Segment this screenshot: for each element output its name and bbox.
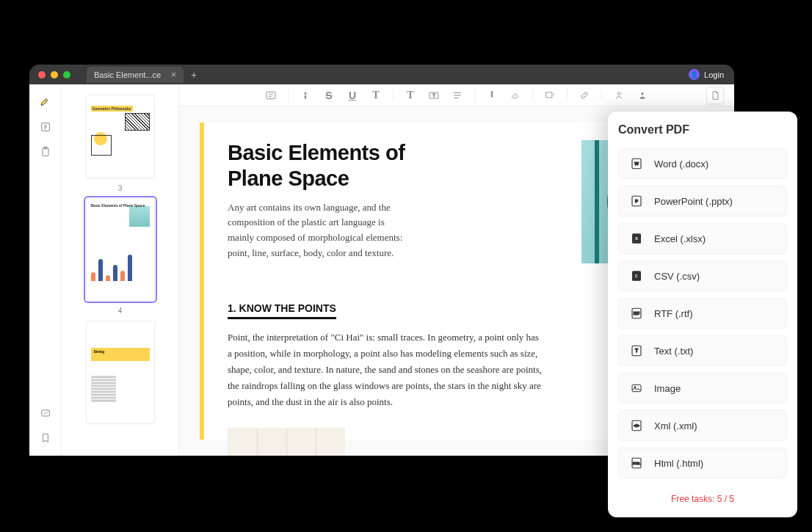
free-tasks-counter: Free tasks: 5 / 5 <box>618 488 787 510</box>
option-label: Text (.txt) <box>654 346 693 357</box>
convert-option-word[interactable]: W Word (.docx) <box>618 148 787 179</box>
option-label: Xml (.xml) <box>654 420 697 431</box>
clipboard-tool[interactable] <box>38 145 53 159</box>
login-label: Login <box>704 70 724 79</box>
heading-know-the-points: 1. KNOW THE POINTS <box>228 302 336 319</box>
highlight-icon[interactable] <box>485 89 499 102</box>
strikethrough-icon[interactable]: S <box>322 89 336 102</box>
minimize-window-button[interactable] <box>51 71 58 79</box>
thumbnail-page-5[interactable]: String <box>86 321 155 423</box>
svg-text:X: X <box>635 236 638 241</box>
eraser-icon[interactable] <box>509 89 522 102</box>
signature-tool[interactable] <box>38 406 53 420</box>
svg-text:T: T <box>432 93 435 98</box>
page-number-3: 3 <box>118 184 123 192</box>
textbox-icon[interactable]: T <box>427 89 441 102</box>
svg-rect-7 <box>546 92 552 97</box>
svg-text:C: C <box>635 274 638 278</box>
maximize-window-button[interactable] <box>63 71 70 79</box>
text-file-icon: T <box>629 343 644 358</box>
image-icon <box>629 381 644 396</box>
tab-title: Basic Element...ce <box>94 70 161 79</box>
convert-option-html[interactable]: HTML Html (.html) <box>618 448 787 478</box>
option-label: CSV (.csv) <box>654 271 700 282</box>
convert-panel-title: Convert PDF <box>618 123 787 136</box>
shape-icon[interactable] <box>543 89 557 102</box>
convert-option-image[interactable]: Image <box>618 373 787 404</box>
note-tool-icon[interactable] <box>264 89 278 102</box>
paragraph-1: Point, the interpretation of "Ci Hai" is… <box>228 329 543 410</box>
xml-icon: </> <box>629 418 644 433</box>
svg-rect-22 <box>632 385 641 391</box>
svg-point-23 <box>634 387 636 388</box>
svg-text:HTML: HTML <box>633 462 641 465</box>
link-icon[interactable] <box>578 89 591 102</box>
underline-icon[interactable]: U <box>346 89 359 102</box>
rtf-icon: RTF <box>629 306 644 321</box>
text-icon[interactable]: T <box>369 89 383 102</box>
section-2-image <box>228 428 345 456</box>
text-color-icon[interactable]: T <box>404 89 417 102</box>
svg-text:P: P <box>635 199 638 203</box>
convert-option-rtf[interactable]: RTF RTF (.rtf) <box>618 298 787 329</box>
thumb4-title: Basic Elements of Plane Space <box>91 203 150 208</box>
option-label: RTF (.rtf) <box>654 308 692 319</box>
left-sidebar <box>29 84 62 456</box>
thumbnail-page-3[interactable]: Geometric Philosophy <box>86 95 155 178</box>
svg-text:W: W <box>634 161 639 166</box>
option-label: Word (.docx) <box>654 158 708 170</box>
svg-point-8 <box>617 92 620 95</box>
convert-option-excel[interactable]: X Excel (.xlsx) <box>618 223 787 254</box>
document-action-button[interactable] <box>706 87 724 104</box>
person-fill-icon[interactable] <box>636 89 649 102</box>
close-tab-button[interactable]: × <box>171 70 176 80</box>
svg-text:T: T <box>635 348 639 353</box>
html-icon: HTML <box>629 456 644 470</box>
bookmark-tool[interactable] <box>38 431 53 445</box>
add-tab-button[interactable]: + <box>191 69 197 81</box>
powerpoint-icon: P <box>629 194 644 208</box>
thumb3-title: Geometric Philosophy <box>91 106 133 112</box>
close-window-button[interactable] <box>38 71 46 79</box>
csv-icon: C <box>629 269 644 283</box>
convert-option-csv[interactable]: C CSV (.csv) <box>618 260 787 291</box>
intro-text: Any art contains its own language, and t… <box>228 200 404 261</box>
page-number-4: 4 <box>118 307 123 315</box>
person-icon[interactable] <box>612 89 626 102</box>
option-label: Excel (.xlsx) <box>654 233 706 244</box>
document-tab[interactable]: Basic Element...ce × <box>87 67 184 83</box>
excel-icon: X <box>629 231 644 246</box>
convert-option-xml[interactable]: </> Xml (.xml) <box>618 410 787 441</box>
toolbar: S U T T T <box>179 84 734 106</box>
svg-point-9 <box>641 92 644 95</box>
text-tool[interactable] <box>38 120 53 134</box>
login-button[interactable]: 👤 Login <box>689 69 724 80</box>
svg-text:</>: </> <box>634 423 639 428</box>
thumb5-title: String <box>94 349 104 354</box>
svg-rect-4 <box>267 92 275 98</box>
thumbnail-page-4[interactable]: Basic Elements of Plane Space <box>86 198 155 301</box>
option-label: Html (.html) <box>654 458 703 469</box>
option-label: Image <box>654 383 681 394</box>
highlighter-tool[interactable] <box>38 95 53 109</box>
avatar-icon: 👤 <box>689 69 700 80</box>
titlebar: Basic Element...ce × + 👤 Login <box>29 65 734 84</box>
align-icon[interactable] <box>451 89 464 102</box>
svg-text:RTF: RTF <box>634 312 640 316</box>
thumbnail-panel: Geometric Philosophy 3 Basic Elements of… <box>62 84 179 456</box>
word-icon: W <box>629 156 644 171</box>
convert-pdf-panel: Convert PDF W Word (.docx) P PowerPoint … <box>608 112 797 517</box>
pen-tool-icon[interactable] <box>299 89 312 102</box>
window-controls <box>38 71 70 79</box>
convert-option-powerpoint[interactable]: P PowerPoint (.pptx) <box>618 186 787 216</box>
convert-option-text[interactable]: T Text (.txt) <box>618 335 787 366</box>
option-label: PowerPoint (.pptx) <box>654 196 733 207</box>
